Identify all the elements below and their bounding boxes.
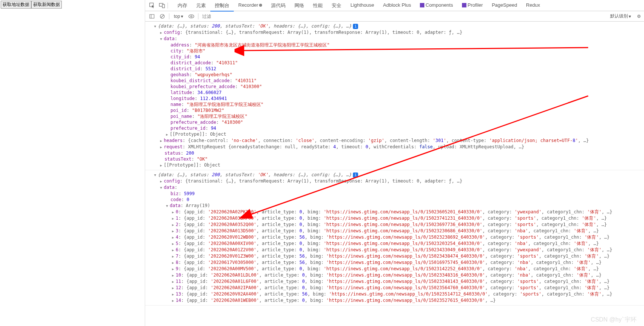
tab-security[interactable]: 安全 <box>327 0 346 11</box>
clear-console-icon[interactable] <box>159 13 166 20</box>
object-property: prefecture_adcode: "410300" <box>145 119 644 125</box>
expand-toggle[interactable] <box>160 36 164 42</box>
array-item: 6: {app_id: '20220620A01Z2V00', article_… <box>145 247 644 253</box>
object-property: koubei_district_adcode: "410311" <box>145 78 644 84</box>
settings-icon[interactable]: ⚙ <box>637 14 641 19</box>
object-property: district_id: 5512 <box>145 66 644 72</box>
react-profiler-icon <box>462 3 466 7</box>
array-item: 4: {app_id: '20220620V012WB00', article_… <box>145 234 644 241</box>
execution-context-selector[interactable]: top ▾ <box>172 13 185 20</box>
tab-network[interactable]: 网络 <box>290 0 309 11</box>
info-badge-icon[interactable] <box>353 172 358 178</box>
array-item: 7: {app_id: '20220620V01Z3W00', article_… <box>145 253 644 259</box>
devtools-tabs: 内存 元素 控制台 Recorder 源代码 网络 性能 安全 Lighthou… <box>173 0 545 11</box>
expand-toggle[interactable] <box>172 228 176 234</box>
array-item: 11: {app_id: '20220620A01L6F00', article… <box>145 278 644 285</box>
array-item: 1: {app_id: '20220620A03BXF00', article_… <box>145 215 644 222</box>
tab-components[interactable]: Components <box>415 0 458 11</box>
svg-line-6 <box>161 15 164 18</box>
expand-toggle[interactable] <box>172 278 176 285</box>
live-expression-icon[interactable] <box>188 13 195 20</box>
object-property: prefecture_id: 94 <box>145 125 644 131</box>
tab-elements[interactable]: 元素 <box>192 0 210 11</box>
page-content: 获取地址数据 获取新闻数据 <box>0 0 145 326</box>
expand-toggle[interactable] <box>172 209 176 215</box>
expand-toggle[interactable] <box>172 285 176 291</box>
expand-toggle[interactable] <box>160 162 164 168</box>
object-property: name: "洛阳理工学院洛阳理工学院王城校区" <box>145 101 644 107</box>
object-property: koubei_prefecture_adcode: "410300" <box>145 84 644 90</box>
expand-toggle[interactable] <box>172 297 176 304</box>
expand-toggle[interactable] <box>172 234 176 241</box>
expand-toggle[interactable] <box>172 259 176 266</box>
array-item: 2: {app_id: '20220620A0352Q00', article_… <box>145 222 644 228</box>
object-property: address: "河南省洛阳市洛龙区古城街道洛阳理工学院洛阳理工学院王城校区" <box>145 42 644 48</box>
array-item: 12: {app_id: '20220620A02IPA00', article… <box>145 285 644 291</box>
object-property: city: "洛阳市" <box>145 48 644 54</box>
react-components-icon <box>420 3 424 7</box>
expand-toggle[interactable] <box>172 247 176 253</box>
expand-toggle[interactable] <box>166 131 170 138</box>
expand-toggle[interactable] <box>172 222 176 228</box>
object-property: geohash: "wqpuyeberhqs" <box>145 72 644 78</box>
array-item: 0: {app_id: '20220620A02PK100', article_… <box>145 209 644 215</box>
expand-toggle[interactable] <box>154 172 158 178</box>
array-item: 10: {app_id: '20220620A01LDL00', article… <box>145 272 644 278</box>
object-property: poi_name: "洛阳理工学院王城校区" <box>145 113 644 119</box>
recorder-dot-icon <box>259 4 262 7</box>
console-toolbar: top ▾ 默认级别 ▾ ⚙ <box>145 11 644 22</box>
sidebar-toggle-icon[interactable] <box>148 13 156 20</box>
tab-memory[interactable]: 内存 <box>173 0 192 11</box>
tab-pagespeed[interactable]: PageSpeed <box>487 0 522 11</box>
object-property: longitude: 112.434941 <box>145 96 644 101</box>
expand-toggle[interactable] <box>172 215 176 222</box>
object-property: poi_id: "B017B01MW2" <box>145 107 644 113</box>
expand-toggle[interactable] <box>172 241 176 247</box>
object-property: latitude: 34.606027 <box>145 90 644 96</box>
tab-redux[interactable]: Redux <box>522 0 545 11</box>
svg-rect-3 <box>150 14 154 18</box>
tab-recorder[interactable]: Recorder <box>234 0 267 11</box>
console-log-entry: {data: {…}, status: 200, statusText: 'OK… <box>145 23 644 170</box>
tab-sources[interactable]: 源代码 <box>267 0 290 11</box>
expand-toggle[interactable] <box>172 291 176 297</box>
info-badge-icon[interactable] <box>353 24 358 29</box>
expand-toggle[interactable] <box>172 253 176 259</box>
devtools-panel: 内存 元素 控制台 Recorder 源代码 网络 性能 安全 Lighthou… <box>145 0 644 326</box>
array-item: 3: {app_id: '20220620A013D500', article_… <box>145 228 644 234</box>
tab-performance[interactable]: 性能 <box>309 0 327 11</box>
console-output[interactable]: {data: {…}, status: 200, statusText: 'OK… <box>145 22 644 326</box>
expand-toggle[interactable] <box>160 184 164 191</box>
array-item: 8: {app_id: '20220617V0305000', article_… <box>145 259 644 266</box>
svg-rect-2 <box>162 4 165 8</box>
devtools-header: 内存 元素 控制台 Recorder 源代码 网络 性能 安全 Lighthou… <box>145 0 644 11</box>
expand-toggle[interactable] <box>172 272 176 278</box>
array-item: 9: {app_id: '20220620A00MV500', article_… <box>145 266 644 272</box>
log-level-selector[interactable]: 默认级别 ▾ <box>610 13 631 19</box>
expand-toggle[interactable] <box>166 203 170 209</box>
svg-point-8 <box>191 16 192 17</box>
chevron-down-icon: ▾ <box>181 14 183 19</box>
object-property: city_id: 94 <box>145 54 644 60</box>
tab-lighthouse[interactable]: Lighthouse <box>346 0 379 11</box>
tab-console[interactable]: 控制台 <box>210 0 234 11</box>
array-item: 14: {app_id: '20220620A01WEB00', article… <box>145 297 644 304</box>
chevron-down-icon: ▾ <box>629 14 631 19</box>
tab-profiler[interactable]: Profiler <box>458 0 487 11</box>
array-item: 13: {app_id: '20220620V02AX400', article… <box>145 291 644 297</box>
device-toggle-icon[interactable] <box>158 1 166 10</box>
expand-toggle[interactable] <box>160 138 164 144</box>
expand-toggle[interactable] <box>160 29 164 36</box>
expand-toggle[interactable] <box>172 266 176 272</box>
console-log-entry: {data: {…}, status: 200, statusText: 'OK… <box>145 172 644 306</box>
fetch-news-button[interactable]: 获取新闻数据 <box>31 1 62 9</box>
svg-point-7 <box>189 14 194 18</box>
tab-adblock[interactable]: Adblock Plus <box>379 0 415 11</box>
expand-toggle[interactable] <box>160 144 164 150</box>
inspect-element-icon[interactable] <box>148 1 156 10</box>
filter-input[interactable] <box>201 13 276 20</box>
expand-toggle[interactable] <box>160 178 164 184</box>
expand-toggle[interactable] <box>154 23 158 29</box>
fetch-address-button[interactable]: 获取地址数据 <box>1 1 31 9</box>
array-item: 5: {app_id: '20220620A00XIV00', article_… <box>145 241 644 247</box>
